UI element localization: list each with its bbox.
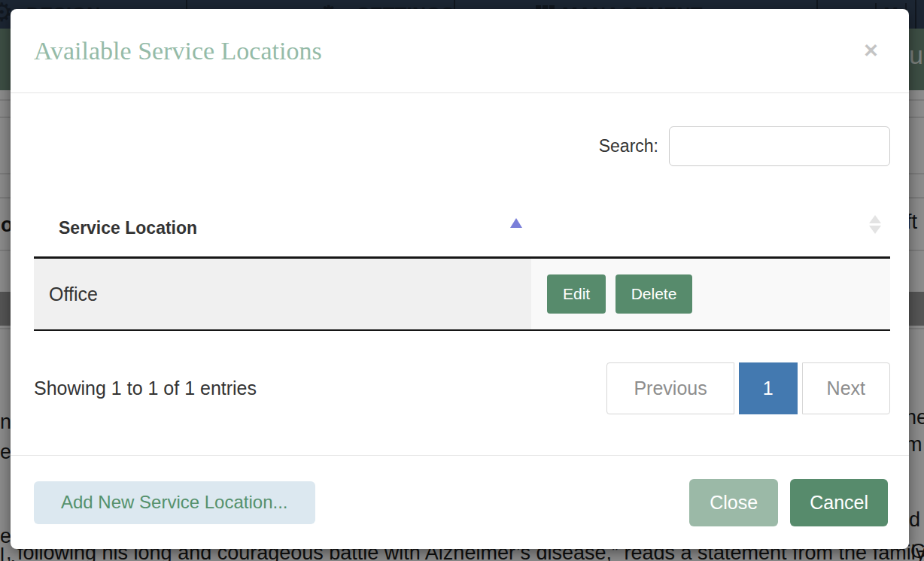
actions-cell: Edit Delete — [531, 258, 890, 331]
search-row: Search: — [34, 126, 890, 166]
table-row: Office Edit Delete — [34, 258, 890, 331]
column-header-actions[interactable] — [531, 199, 890, 258]
sort-ascending-icon — [510, 218, 522, 228]
close-button[interactable]: Close — [689, 479, 778, 526]
service-locations-table: Service Location Office Edit Delete — [34, 199, 890, 331]
pagination-previous-button[interactable]: Previous — [606, 362, 734, 414]
column-header-service-location[interactable]: Service Location — [34, 199, 531, 258]
cancel-button[interactable]: Cancel — [790, 479, 888, 526]
sort-icon — [869, 215, 881, 234]
modal-title: Available Service Locations — [34, 37, 322, 65]
edit-button[interactable]: Edit — [547, 274, 606, 314]
footer-buttons: Close Cancel — [689, 479, 888, 526]
modal-footer: Add New Service Location... Close Cancel — [11, 455, 909, 549]
search-label: Search: — [599, 136, 658, 156]
delete-button[interactable]: Delete — [615, 274, 693, 314]
available-service-locations-modal: Available Service Locations ✕ Search: Se… — [11, 9, 909, 549]
column-header-label: Service Location — [59, 218, 197, 238]
table-header-row: Service Location — [34, 199, 890, 258]
modal-header: Available Service Locations ✕ — [11, 9, 909, 93]
service-location-cell: Office — [34, 258, 531, 331]
table-footer-row: Showing 1 to 1 of 1 entries Previous 1 N… — [34, 362, 890, 414]
close-icon[interactable]: ✕ — [863, 41, 879, 60]
pagination-next-button[interactable]: Next — [802, 362, 890, 414]
add-new-service-location-button[interactable]: Add New Service Location... — [34, 481, 315, 524]
table-info: Showing 1 to 1 of 1 entries — [34, 378, 257, 399]
pagination-page-1-button[interactable]: 1 — [739, 362, 798, 414]
modal-body: Search: Service Location Office — [11, 93, 909, 455]
search-input[interactable] — [669, 126, 890, 166]
pagination: Previous 1 Next — [606, 362, 890, 414]
